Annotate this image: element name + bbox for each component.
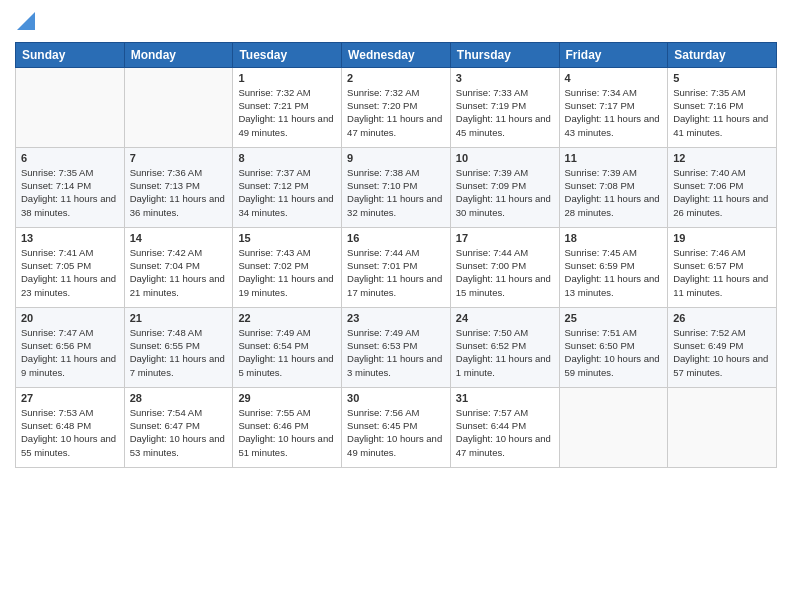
day-number: 27 <box>21 392 119 404</box>
day-cell: 3Sunrise: 7:33 AMSunset: 7:19 PMDaylight… <box>450 67 559 147</box>
sunset: Sunset: 7:04 PM <box>130 260 200 271</box>
day-number: 29 <box>238 392 336 404</box>
sunrise: Sunrise: 7:49 AM <box>347 327 419 338</box>
day-cell: 22Sunrise: 7:49 AMSunset: 6:54 PMDayligh… <box>233 307 342 387</box>
day-number: 16 <box>347 232 445 244</box>
day-info: Sunrise: 7:36 AMSunset: 7:13 PMDaylight:… <box>130 166 228 219</box>
day-number: 12 <box>673 152 771 164</box>
day-cell: 11Sunrise: 7:39 AMSunset: 7:08 PMDayligh… <box>559 147 668 227</box>
page: SundayMondayTuesdayWednesdayThursdayFrid… <box>0 0 792 612</box>
daylight: Daylight: 11 hours and 3 minutes. <box>347 353 442 377</box>
sunset: Sunset: 7:13 PM <box>130 180 200 191</box>
day-number: 6 <box>21 152 119 164</box>
daylight: Daylight: 11 hours and 47 minutes. <box>347 113 442 137</box>
sunrise: Sunrise: 7:47 AM <box>21 327 93 338</box>
day-cell: 6Sunrise: 7:35 AMSunset: 7:14 PMDaylight… <box>16 147 125 227</box>
sunrise: Sunrise: 7:48 AM <box>130 327 202 338</box>
sunrise: Sunrise: 7:50 AM <box>456 327 528 338</box>
daylight: Daylight: 10 hours and 51 minutes. <box>238 433 333 457</box>
day-info: Sunrise: 7:39 AMSunset: 7:08 PMDaylight:… <box>565 166 663 219</box>
weekday-header-row: SundayMondayTuesdayWednesdayThursdayFrid… <box>16 42 777 67</box>
daylight: Daylight: 11 hours and 5 minutes. <box>238 353 333 377</box>
day-cell: 17Sunrise: 7:44 AMSunset: 7:00 PMDayligh… <box>450 227 559 307</box>
sunrise: Sunrise: 7:51 AM <box>565 327 637 338</box>
day-info: Sunrise: 7:44 AMSunset: 7:01 PMDaylight:… <box>347 246 445 299</box>
day-info: Sunrise: 7:33 AMSunset: 7:19 PMDaylight:… <box>456 86 554 139</box>
sunrise: Sunrise: 7:32 AM <box>238 87 310 98</box>
daylight: Daylight: 11 hours and 30 minutes. <box>456 193 551 217</box>
day-cell: 24Sunrise: 7:50 AMSunset: 6:52 PMDayligh… <box>450 307 559 387</box>
day-number: 30 <box>347 392 445 404</box>
sunset: Sunset: 6:47 PM <box>130 420 200 431</box>
sunrise: Sunrise: 7:38 AM <box>347 167 419 178</box>
day-cell <box>668 387 777 467</box>
day-cell <box>16 67 125 147</box>
day-number: 19 <box>673 232 771 244</box>
sunset: Sunset: 6:45 PM <box>347 420 417 431</box>
day-number: 13 <box>21 232 119 244</box>
sunrise: Sunrise: 7:52 AM <box>673 327 745 338</box>
sunset: Sunset: 7:16 PM <box>673 100 743 111</box>
day-cell: 16Sunrise: 7:44 AMSunset: 7:01 PMDayligh… <box>342 227 451 307</box>
day-number: 7 <box>130 152 228 164</box>
sunset: Sunset: 6:46 PM <box>238 420 308 431</box>
daylight: Daylight: 11 hours and 21 minutes. <box>130 273 225 297</box>
daylight: Daylight: 11 hours and 1 minute. <box>456 353 551 377</box>
logo-text <box>15 14 35 34</box>
logo <box>15 14 35 34</box>
sunrise: Sunrise: 7:34 AM <box>565 87 637 98</box>
day-cell: 12Sunrise: 7:40 AMSunset: 7:06 PMDayligh… <box>668 147 777 227</box>
day-cell <box>559 387 668 467</box>
daylight: Daylight: 11 hours and 28 minutes. <box>565 193 660 217</box>
day-number: 21 <box>130 312 228 324</box>
day-cell: 28Sunrise: 7:54 AMSunset: 6:47 PMDayligh… <box>124 387 233 467</box>
week-row-4: 20Sunrise: 7:47 AMSunset: 6:56 PMDayligh… <box>16 307 777 387</box>
header <box>15 10 777 34</box>
sunrise: Sunrise: 7:53 AM <box>21 407 93 418</box>
sunrise: Sunrise: 7:39 AM <box>565 167 637 178</box>
day-number: 11 <box>565 152 663 164</box>
sunset: Sunset: 7:21 PM <box>238 100 308 111</box>
calendar-table: SundayMondayTuesdayWednesdayThursdayFrid… <box>15 42 777 468</box>
sunset: Sunset: 7:00 PM <box>456 260 526 271</box>
daylight: Daylight: 11 hours and 13 minutes. <box>565 273 660 297</box>
day-cell: 1Sunrise: 7:32 AMSunset: 7:21 PMDaylight… <box>233 67 342 147</box>
day-cell: 29Sunrise: 7:55 AMSunset: 6:46 PMDayligh… <box>233 387 342 467</box>
daylight: Daylight: 10 hours and 53 minutes. <box>130 433 225 457</box>
daylight: Daylight: 11 hours and 45 minutes. <box>456 113 551 137</box>
sunrise: Sunrise: 7:42 AM <box>130 247 202 258</box>
daylight: Daylight: 10 hours and 57 minutes. <box>673 353 768 377</box>
day-number: 25 <box>565 312 663 324</box>
day-info: Sunrise: 7:56 AMSunset: 6:45 PMDaylight:… <box>347 406 445 459</box>
day-cell: 14Sunrise: 7:42 AMSunset: 7:04 PMDayligh… <box>124 227 233 307</box>
day-info: Sunrise: 7:48 AMSunset: 6:55 PMDaylight:… <box>130 326 228 379</box>
weekday-friday: Friday <box>559 42 668 67</box>
day-number: 20 <box>21 312 119 324</box>
sunset: Sunset: 6:53 PM <box>347 340 417 351</box>
day-cell: 20Sunrise: 7:47 AMSunset: 6:56 PMDayligh… <box>16 307 125 387</box>
daylight: Daylight: 10 hours and 55 minutes. <box>21 433 116 457</box>
day-info: Sunrise: 7:44 AMSunset: 7:00 PMDaylight:… <box>456 246 554 299</box>
sunset: Sunset: 6:48 PM <box>21 420 91 431</box>
day-number: 10 <box>456 152 554 164</box>
day-cell: 18Sunrise: 7:45 AMSunset: 6:59 PMDayligh… <box>559 227 668 307</box>
day-info: Sunrise: 7:37 AMSunset: 7:12 PMDaylight:… <box>238 166 336 219</box>
daylight: Daylight: 11 hours and 26 minutes. <box>673 193 768 217</box>
daylight: Daylight: 11 hours and 34 minutes. <box>238 193 333 217</box>
sunrise: Sunrise: 7:35 AM <box>21 167 93 178</box>
day-number: 31 <box>456 392 554 404</box>
day-number: 5 <box>673 72 771 84</box>
day-info: Sunrise: 7:40 AMSunset: 7:06 PMDaylight:… <box>673 166 771 219</box>
day-cell: 9Sunrise: 7:38 AMSunset: 7:10 PMDaylight… <box>342 147 451 227</box>
sunrise: Sunrise: 7:32 AM <box>347 87 419 98</box>
sunrise: Sunrise: 7:46 AM <box>673 247 745 258</box>
daylight: Daylight: 11 hours and 11 minutes. <box>673 273 768 297</box>
sunset: Sunset: 6:50 PM <box>565 340 635 351</box>
day-info: Sunrise: 7:46 AMSunset: 6:57 PMDaylight:… <box>673 246 771 299</box>
weekday-sunday: Sunday <box>16 42 125 67</box>
day-number: 9 <box>347 152 445 164</box>
day-number: 14 <box>130 232 228 244</box>
sunset: Sunset: 7:12 PM <box>238 180 308 191</box>
week-row-5: 27Sunrise: 7:53 AMSunset: 6:48 PMDayligh… <box>16 387 777 467</box>
daylight: Daylight: 10 hours and 59 minutes. <box>565 353 660 377</box>
